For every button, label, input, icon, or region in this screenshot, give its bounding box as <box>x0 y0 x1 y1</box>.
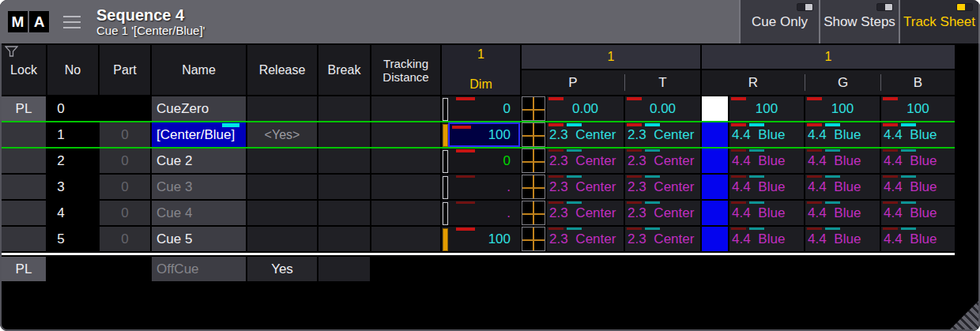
cue-name-cell[interactable]: OffCue <box>152 257 246 281</box>
tracking-distance-cell[interactable] <box>371 96 440 121</box>
cue-number-cell[interactable]: 1 <box>47 122 98 147</box>
release-cell[interactable] <box>247 96 317 121</box>
part-cell[interactable]: 0 <box>100 149 150 173</box>
cue-name-cell[interactable]: Cue 5 <box>152 227 246 251</box>
lock-cell[interactable]: PL <box>2 96 46 121</box>
blue-cell[interactable]: 4.4 Blue <box>881 201 955 225</box>
column-header-red[interactable]: R <box>702 70 805 95</box>
crosshair-icon[interactable] <box>522 201 545 225</box>
tracking-distance-cell[interactable] <box>371 122 440 147</box>
pan-cell[interactable]: 2.3 Center <box>547 122 624 147</box>
cue-name-cell[interactable]: Cue 2 <box>152 149 246 173</box>
break-cell[interactable] <box>318 149 370 173</box>
crosshair-icon[interactable] <box>522 227 545 251</box>
green-cell[interactable]: 4.4 Blue <box>805 175 880 199</box>
release-cell[interactable]: Yes <box>247 257 317 281</box>
dim-cell[interactable]: . <box>442 201 520 225</box>
column-header-part[interactable]: Part <box>100 45 150 95</box>
dim-cell[interactable]: 100 <box>442 227 520 251</box>
crosshair-icon[interactable] <box>522 175 545 199</box>
column-header-no[interactable]: No <box>47 45 98 95</box>
blue-cell[interactable]: 100 <box>881 96 955 121</box>
lock-cell[interactable] <box>2 175 46 199</box>
break-cell[interactable] <box>318 96 370 121</box>
column-header-tilt[interactable]: T <box>625 70 700 95</box>
dim-cell-selected[interactable]: 100 <box>442 122 520 147</box>
list-icon[interactable] <box>63 16 81 28</box>
crosshair-icon[interactable] <box>522 149 545 173</box>
pan-cell[interactable]: 2.3 Center <box>547 227 624 251</box>
resize-handle-icon[interactable] <box>950 301 978 329</box>
red-cell[interactable]: 100 <box>729 96 804 121</box>
column-header-pan[interactable]: P <box>522 70 624 95</box>
lock-cell[interactable] <box>2 201 46 225</box>
cue-number-cell[interactable]: 3 <box>47 175 98 199</box>
lock-cell[interactable] <box>2 122 46 147</box>
tilt-cell[interactable]: 2.3 Center <box>625 227 700 251</box>
pan-cell[interactable]: 0.00 <box>547 96 624 121</box>
cue-name-cell[interactable]: Cue 4 <box>152 201 246 225</box>
red-cell[interactable]: 4.4 Blue <box>729 175 804 199</box>
column-header-break[interactable]: Break <box>318 45 370 95</box>
column-header-dim[interactable]: 1 Dim <box>442 45 520 95</box>
column-header-tracking-distance[interactable]: Tracking Distance <box>371 45 440 95</box>
blue-cell[interactable]: 4.4 Blue <box>881 175 955 199</box>
tilt-cell[interactable]: 0.00 <box>625 96 700 121</box>
blue-cell[interactable]: 4.4 Blue <box>881 149 955 173</box>
lock-cell[interactable] <box>2 227 46 251</box>
ma-logo-icon[interactable]: M A <box>8 11 49 32</box>
tracking-distance-cell[interactable] <box>371 175 440 199</box>
green-cell[interactable]: 100 <box>805 96 880 121</box>
release-cell[interactable] <box>247 175 317 199</box>
cue-number-cell[interactable]: 4 <box>47 201 98 225</box>
release-cell[interactable] <box>247 149 317 173</box>
blue-cell[interactable]: 4.4 Blue <box>881 122 955 147</box>
lock-cell[interactable]: PL <box>2 257 46 281</box>
lock-cell[interactable] <box>2 149 46 173</box>
release-cell[interactable]: <Yes> <box>247 122 317 147</box>
red-cell[interactable]: 4.4 Blue <box>729 122 804 147</box>
color-swatch[interactable] <box>702 175 728 199</box>
column-header-name[interactable]: Name <box>152 45 246 95</box>
dim-cell[interactable]: 0 <box>442 149 520 173</box>
part-cell[interactable]: 0 <box>100 122 150 147</box>
tracking-distance-cell[interactable] <box>371 227 440 251</box>
pan-cell[interactable]: 2.3 Center <box>547 175 624 199</box>
rgb-group-header[interactable]: 1 <box>702 45 955 69</box>
show-steps-toggle[interactable]: Show Steps <box>819 0 899 43</box>
track-sheet-toggle[interactable]: Track Sheet <box>899 0 978 43</box>
color-swatch[interactable] <box>702 201 728 225</box>
color-swatch[interactable] <box>702 122 728 147</box>
red-cell[interactable]: 4.4 Blue <box>729 149 804 173</box>
color-swatch[interactable] <box>702 149 728 173</box>
crosshair-icon[interactable] <box>522 122 545 147</box>
green-cell[interactable]: 4.4 Blue <box>805 122 880 147</box>
break-cell[interactable] <box>318 122 370 147</box>
column-header-release[interactable]: Release <box>247 45 317 95</box>
break-cell[interactable] <box>318 175 370 199</box>
cue-number-cell[interactable]: 2 <box>47 149 98 173</box>
release-cell[interactable] <box>247 227 317 251</box>
blue-cell[interactable]: 4.4 Blue <box>881 227 955 251</box>
tracking-distance-cell[interactable] <box>371 201 440 225</box>
break-cell[interactable] <box>318 227 370 251</box>
pan-cell[interactable]: 2.3 Center <box>547 201 624 225</box>
titlebar[interactable]: M A Sequence 4 Cue 1 '[Center/Blue]' Cue… <box>0 0 980 43</box>
tilt-cell[interactable]: 2.3 Center <box>625 175 700 199</box>
release-cell[interactable] <box>247 201 317 225</box>
dim-cell[interactable]: 0 <box>442 96 520 121</box>
green-cell[interactable]: 4.4 Blue <box>805 227 880 251</box>
red-cell[interactable]: 4.4 Blue <box>729 227 804 251</box>
column-header-green[interactable]: G <box>805 70 880 95</box>
crosshair-icon[interactable] <box>522 96 545 121</box>
color-swatch[interactable] <box>702 227 728 251</box>
green-cell[interactable]: 4.4 Blue <box>805 201 880 225</box>
pan-cell[interactable]: 2.3 Center <box>547 149 624 173</box>
tilt-cell[interactable]: 2.3 Center <box>625 122 700 147</box>
tracking-distance-cell[interactable] <box>371 149 440 173</box>
cue-number-cell[interactable]: 0 <box>47 96 98 121</box>
dim-cell[interactable]: . <box>442 175 520 199</box>
pan-tilt-group-header[interactable]: 1 <box>522 45 700 69</box>
part-cell[interactable]: 0 <box>100 175 150 199</box>
part-cell[interactable]: 0 <box>100 201 150 225</box>
